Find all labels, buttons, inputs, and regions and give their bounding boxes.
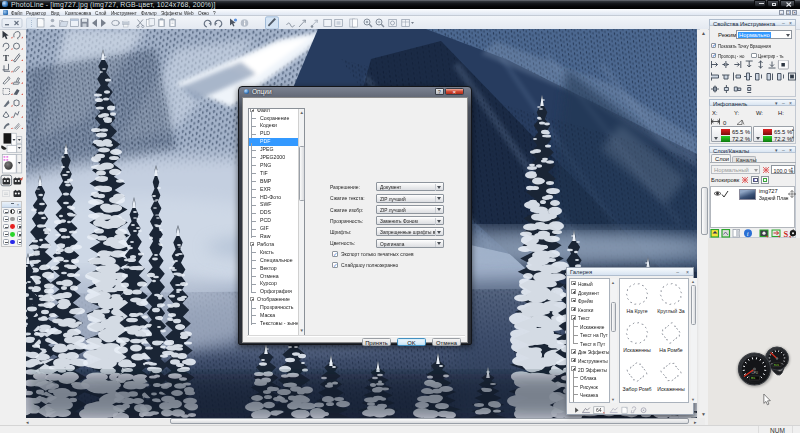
svg-text:Искаженны: Искаженны <box>657 386 685 392</box>
svg-text:T: T <box>3 53 9 63</box>
svg-text:S: S <box>784 229 789 238</box>
svg-text:0%: 0% <box>751 376 755 380</box>
svg-text:На Ромбе: На Ромбе <box>659 347 683 353</box>
svg-text:64: 64 <box>596 407 602 413</box>
svg-text:CPU: CPU <box>752 371 758 375</box>
svg-text:Искаженны: Искаженны <box>623 347 651 353</box>
svg-text:Забор Ромб: Забор Ромб <box>623 386 652 392</box>
svg-text:0: 0 <box>723 119 727 125</box>
svg-text:Круглый За: Круглый За <box>657 308 684 314</box>
svg-text:i: i <box>747 230 749 237</box>
svg-text:На Круге: На Круге <box>626 308 647 314</box>
svg-text:52%: 52% <box>774 364 779 367</box>
